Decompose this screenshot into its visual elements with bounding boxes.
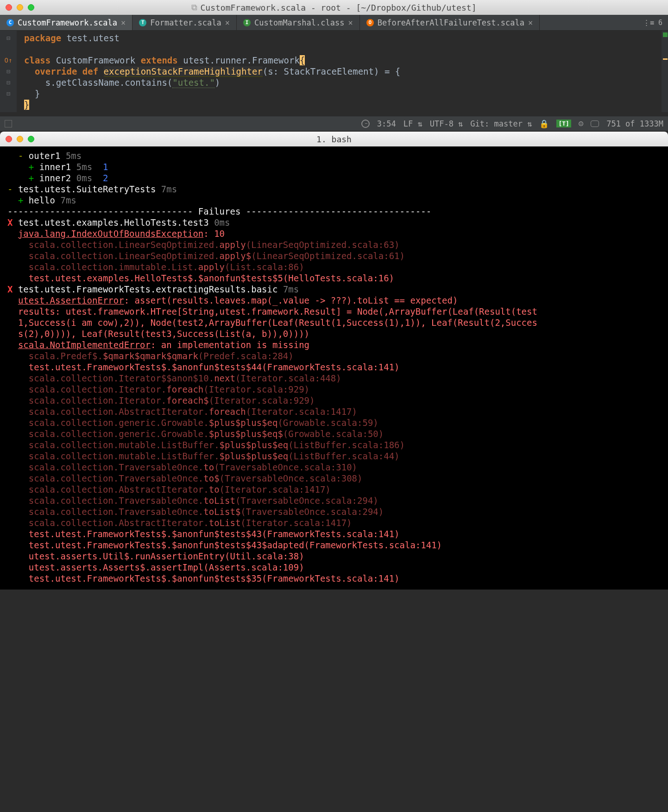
cursor-position[interactable]: 3:54: [377, 119, 396, 128]
window-title: ⧉ CustomFramework.scala - root - [~/Drop…: [191, 2, 476, 13]
failures-divider: ----------------------------------- Fail…: [7, 206, 661, 217]
brace-close: }: [35, 89, 40, 99]
toolwindow-toggle[interactable]: [5, 120, 16, 127]
exception-line: java.lang.IndexOutOfBoundsException: 10: [7, 228, 661, 239]
zoom-window-button[interactable]: [28, 136, 34, 142]
zoom-window-button[interactable]: [28, 4, 34, 11]
stack-frame: test.utest.FrameworkTests$.$anonfun$test…: [7, 539, 661, 551]
string-literal: "utest.": [172, 77, 215, 88]
brace-open: {: [300, 55, 305, 65]
stack-frame: scala.collection.AbstractIterator.to(Ite…: [7, 484, 661, 495]
pkg-name: test.utest: [61, 33, 120, 43]
line-separator[interactable]: LF ⇅: [403, 119, 422, 128]
window-title-text: CustomFramework.scala - root - [~/Dropbo…: [200, 3, 476, 13]
test-result-line: + inner1 5ms 1: [7, 161, 661, 172]
stack-frame: scala.collection.Iterator$$anon$10.next(…: [7, 373, 661, 384]
results-line: results: utest.framework.HTree[String,ut…: [7, 306, 661, 317]
stack-frame: scala.collection.TraversableOnce.toList$…: [7, 506, 661, 517]
stack-frame: test.utest.FrameworkTests$.$anonfun$test…: [7, 573, 661, 584]
terminal-title: 1. bash: [316, 134, 352, 144]
fold-icon[interactable]: ⊟: [6, 32, 10, 44]
fold-end-icon[interactable]: ⊟: [6, 88, 10, 99]
stack-frame: test.utest.FrameworkTests$.$anonfun$test…: [7, 528, 661, 539]
error-stripe[interactable]: [662, 31, 668, 112]
tab-beforeafter[interactable]: O BeforeAfterAllFailureTest.scala ×: [360, 15, 540, 30]
git-branch[interactable]: Git: master ⇅: [470, 119, 532, 128]
editor-tabs: C CustomFramework.scala × T Formatter.sc…: [0, 15, 668, 31]
exception-line: utest.AssertionError: assert(results.lea…: [7, 295, 661, 306]
test-result-line: + inner2 0ms 2: [7, 172, 661, 184]
stack-frame: scala.collection.AbstractIterator.foreac…: [7, 406, 661, 417]
stack-frame: scala.collection.AbstractIterator.toList…: [7, 517, 661, 528]
tab-label: CustomFramework.scala: [18, 18, 117, 27]
close-paren: ): [215, 77, 220, 88]
fn-name: exceptionStackFrameHighlighter: [104, 66, 263, 77]
stack-frame: utest.asserts.Asserts$.assertImpl(Assert…: [7, 562, 661, 573]
stack-frame: scala.collection.LinearSeqOptimized.appl…: [7, 239, 661, 250]
stack-frame: utest.asserts.Util$.runAssertionEntry(Ut…: [7, 551, 661, 562]
close-window-button[interactable]: [6, 4, 12, 11]
tab-overflow[interactable]: ⋮≡ 6: [637, 15, 668, 30]
class-name: CustomFramework: [50, 55, 140, 65]
scala-object-icon: O: [366, 19, 374, 26]
close-icon[interactable]: ×: [225, 18, 230, 27]
fold-icon[interactable]: ⊟: [6, 66, 10, 77]
test-result-line: + hello 7ms: [7, 195, 661, 206]
override-icon[interactable]: O↑: [5, 55, 13, 66]
stack-frame: test.utest.examples.HelloTests$.$anonfun…: [7, 273, 661, 284]
stack-frame: test.utest.FrameworkTests$.$anonfun$test…: [7, 362, 661, 373]
tab-customframework[interactable]: C CustomFramework.scala ×: [0, 15, 132, 30]
test-result-line: - test.utest.SuiteRetryTests 7ms: [7, 184, 661, 195]
stack-frame: scala.collection.mutable.ListBuffer.$plu…: [7, 450, 661, 462]
stack-frame: scala.collection.generic.Growable.$plus$…: [7, 428, 661, 439]
params: (s: StackTraceElement) = {: [263, 66, 400, 76]
encoding[interactable]: UTF-8 ⇅: [430, 119, 463, 128]
lock-icon[interactable]: 🔒: [539, 119, 549, 128]
stack-frame: scala.collection.Iterator.foreach$(Itera…: [7, 395, 661, 406]
stack-frame: scala.collection.TraversableOnce.to$(Tra…: [7, 473, 661, 484]
close-icon[interactable]: ×: [528, 18, 533, 27]
close-icon[interactable]: ×: [121, 18, 126, 27]
code-content[interactable]: package test.utest class CustomFramework…: [17, 31, 662, 112]
close-window-button[interactable]: [6, 136, 12, 142]
memory-indicator[interactable]: 751 of 1333M: [606, 119, 663, 128]
inspection-ok-icon[interactable]: [663, 32, 668, 37]
terminal-window: 1. bash - outer1 5ms + inner1 5ms 1 + in…: [0, 132, 668, 590]
ide-titlebar: ⧉ CustomFramework.scala - root - [~/Drop…: [0, 0, 668, 15]
brace-close: }: [24, 100, 29, 110]
code-editor[interactable]: ⊟ O↑ ⊟ ⊟ ⊟ package test.utest class Cust…: [0, 31, 668, 116]
failure-header: X test.utest.FrameworkTests.extractingRe…: [7, 284, 661, 295]
kw-def: def: [77, 66, 103, 76]
minimize-window-button[interactable]: [17, 4, 23, 11]
kw-class: class: [24, 55, 50, 65]
close-icon[interactable]: ×: [348, 18, 353, 27]
fold-end-icon[interactable]: ⊟: [6, 77, 10, 88]
stack-frame: scala.collection.LinearSeqOptimized.appl…: [7, 250, 661, 261]
failure-header: X test.utest.examples.HelloTests.test3 0…: [7, 217, 661, 228]
terminal-titlebar: 1. bash: [0, 132, 668, 146]
warning-mark[interactable]: [663, 58, 668, 60]
stack-frame: scala.collection.TraversableOnce.toList(…: [7, 495, 661, 506]
gutter: ⊟ O↑ ⊟ ⊟ ⊟: [0, 31, 17, 112]
clock-icon[interactable]: [361, 120, 370, 128]
traffic-lights: [6, 4, 34, 11]
stack-frame: scala.collection.immutable.List.apply(Li…: [7, 261, 661, 273]
minimize-window-button[interactable]: [17, 136, 23, 142]
tab-formatter[interactable]: T Formatter.scala ×: [132, 15, 237, 30]
avatar-icon[interactable]: ☺: [579, 119, 583, 128]
kw-extends: extends: [141, 55, 178, 65]
tool-badge[interactable]: [T]: [556, 120, 571, 127]
kw-override: override: [35, 66, 77, 76]
kw-package: package: [24, 33, 61, 43]
results-line: 1,Success(i am cow),2)), Node(test2,Arra…: [7, 317, 661, 328]
tab-custommarshal[interactable]: I CustomMarshal.class ×: [237, 15, 360, 30]
scala-class-icon: C: [6, 19, 14, 26]
chat-icon[interactable]: [591, 121, 599, 127]
test-result-line: - outer1 5ms: [7, 150, 661, 161]
class-file-icon: I: [243, 19, 251, 26]
body: s.getClassName.contains(: [45, 77, 173, 88]
stack-frame: scala.collection.mutable.ListBuffer.$plu…: [7, 439, 661, 450]
stack-frame: scala.collection.TraversableOnce.to(Trav…: [7, 462, 661, 473]
terminal-content[interactable]: - outer1 5ms + inner1 5ms 1 + inner2 0ms…: [0, 146, 668, 590]
tab-label: CustomMarshal.class: [254, 18, 344, 27]
